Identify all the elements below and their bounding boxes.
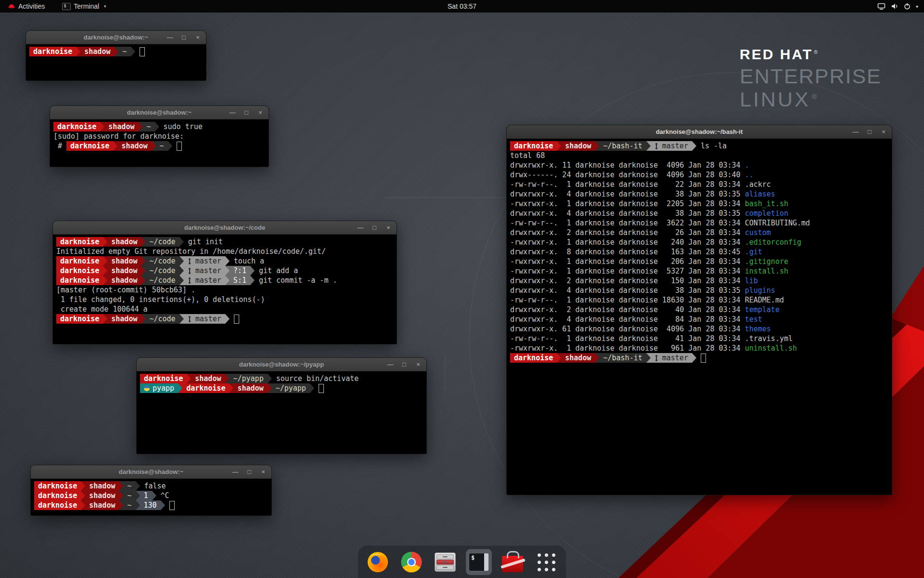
terminal-content[interactable]: darknoiseshadow~ <box>26 44 206 80</box>
git-branch-icon <box>188 277 192 284</box>
powerline-separator <box>180 237 184 247</box>
dock-item-files[interactable] <box>432 549 458 575</box>
command-text: ls -la <box>701 142 727 150</box>
dock-item-show-applications[interactable] <box>533 549 559 575</box>
output-text: drwxrwxr-x. 2 darknoise darknoise 26 Jan… <box>510 228 745 237</box>
close-button[interactable]: × <box>257 109 264 117</box>
maximize-button[interactable]: □ <box>245 468 253 476</box>
minimize-button[interactable]: — <box>231 468 239 476</box>
top-bar-left: Activities Terminal ▼ <box>0 0 877 13</box>
minimize-button[interactable]: — <box>229 109 236 117</box>
powerline-separator <box>180 276 184 285</box>
output-text: -rwxrwxr-x. 1 darknoise darknoise 206 Ja… <box>510 257 745 266</box>
window-titlebar[interactable]: darknoise@shadow:~ — □ × <box>26 31 206 44</box>
powerline-separator <box>225 314 230 324</box>
activities-button[interactable]: Activities <box>4 0 49 13</box>
output-text: bash_it.sh <box>745 199 788 208</box>
close-button[interactable]: × <box>194 34 202 41</box>
output-text: -rw-rw-r--. 1 darknoise darknoise 18630 … <box>510 296 784 304</box>
powerline-separator <box>138 122 142 131</box>
git-branch-icon <box>188 258 192 264</box>
prompt-segment-host: shadow <box>85 500 119 510</box>
window-controls: — □ × <box>852 125 887 138</box>
terminal-line: drwxrwxr-x. 2 darknoise darknoise 150 Ja… <box>510 276 888 286</box>
terminal-line: darknoiseshadow~false <box>34 481 268 491</box>
terminal-content[interactable]: darknoiseshadow~/bash-itmasterls -latota… <box>507 139 892 495</box>
prompt-segment-git: master <box>184 266 225 276</box>
window-titlebar[interactable]: darknoise@shadow:~ — □ × <box>31 465 271 479</box>
output-text: template <box>745 305 780 314</box>
terminal-cursor <box>319 384 324 393</box>
app-menu-terminal[interactable]: Terminal ▼ <box>58 0 111 13</box>
terminal-line: 1 file changed, 0 insertions(+), 0 delet… <box>56 295 393 304</box>
system-status-area[interactable]: ▾ <box>877 0 924 13</box>
dock-item-firefox[interactable] <box>365 549 391 575</box>
minimize-button[interactable]: — <box>166 34 174 41</box>
output-text: -rw-rw-r--. 1 darknoise darknoise 3622 J… <box>510 219 810 227</box>
output-text: -rw-rw-r--. 1 darknoise darknoise 41 Jan… <box>510 334 793 343</box>
powerline-separator <box>692 353 696 363</box>
maximize-button[interactable]: □ <box>400 361 408 368</box>
powerline-separator <box>229 383 233 393</box>
command-text: git commit -a -m . <box>259 276 337 285</box>
power-icon <box>904 3 911 10</box>
window-titlebar[interactable]: darknoise@shadow:~/bash-it — □ × <box>507 125 892 139</box>
dock-item-toolbox[interactable] <box>500 549 526 575</box>
terminal-line: darknoiseshadow~/bash-itmaster <box>510 353 888 363</box>
minimize-button[interactable]: — <box>852 128 860 136</box>
output-text: lib <box>745 276 758 285</box>
command-text: source bin/activate <box>276 374 359 383</box>
powerline-separator <box>81 481 85 491</box>
window-titlebar[interactable]: darknoise@shadow:~/code — □ × <box>53 221 397 235</box>
prompt-segment-path: ~/pyapp <box>229 374 267 383</box>
window-titlebar[interactable]: darknoise@shadow:~/pyapp — □ × <box>137 358 426 371</box>
prompt-segment-user: darknoise <box>53 122 100 131</box>
powerline-separator <box>141 276 145 285</box>
powerline-separator <box>595 141 599 151</box>
output-text: drwxrwxr-x. 4 darknoise darknoise 38 Jan… <box>510 209 745 218</box>
clock[interactable]: Sat 03:57 <box>443 0 481 13</box>
prompt-segment-host: shadow <box>104 122 138 131</box>
close-button[interactable]: × <box>880 128 887 136</box>
close-button[interactable]: × <box>385 224 392 232</box>
powerline-separator <box>268 374 272 383</box>
prompt-segment-path: ~ <box>118 47 130 56</box>
rhel-logo-redhat: RED HAT® <box>740 47 882 62</box>
output-text: .gitignore <box>745 257 788 266</box>
close-button[interactable]: × <box>414 361 422 368</box>
maximize-button[interactable]: □ <box>866 128 873 136</box>
minimize-button[interactable]: — <box>386 361 394 368</box>
output-text: Initialized empty Git repository in /hom… <box>56 247 326 256</box>
activities-label: Activities <box>18 2 45 10</box>
terminal-line: -rw-rw-r--. 1 darknoise darknoise 18630 … <box>510 295 888 305</box>
terminal-content[interactable]: darknoiseshadow~sudo true[sudo] password… <box>50 119 269 167</box>
maximize-button[interactable]: □ <box>180 34 188 41</box>
terminal-line: [sudo] password for darknoise: <box>53 131 265 141</box>
firefox-icon <box>367 551 389 573</box>
powerline-separator <box>595 353 599 363</box>
terminal-content[interactable]: darknoiseshadow~falsedarknoiseshadow~1^C… <box>31 479 271 515</box>
powerline-separator <box>103 237 107 247</box>
terminal-content[interactable]: darknoiseshadow~/codegit initInitialized… <box>53 235 397 344</box>
dock-item-chrome[interactable] <box>398 549 424 575</box>
window-title: darknoise@shadow:~/bash-it <box>656 128 743 135</box>
terminal-line: darknoiseshadow~130 <box>34 500 268 510</box>
close-button[interactable]: × <box>259 468 267 476</box>
terminal-line: drwxrwxr-x. 2 darknoise darknoise 26 Jan… <box>510 228 888 237</box>
prompt-segment-user: darknoise <box>34 491 81 500</box>
minimize-button[interactable]: — <box>357 224 364 232</box>
terminal-content[interactable]: darknoiseshadow~/pyappsource bin/activat… <box>137 371 426 454</box>
powerline-separator <box>113 141 117 151</box>
powerline-separator <box>136 491 140 500</box>
maximize-button[interactable]: □ <box>371 224 378 232</box>
window-controls: — □ × <box>166 31 202 44</box>
dock-item-terminal[interactable] <box>466 549 492 575</box>
git-branch-icon <box>654 355 659 361</box>
prompt-segment-user: darknoise <box>56 266 103 276</box>
prompt-segment-path: ~/pyapp <box>272 383 310 393</box>
terminal-line: drwxrwxr-x. 4 darknoise darknoise 84 Jan… <box>510 315 888 324</box>
maximize-button[interactable]: □ <box>243 109 250 117</box>
terminal-line: total 68 <box>510 151 888 160</box>
window-titlebar[interactable]: darknoise@shadow:~ — □ × <box>50 106 269 119</box>
files-icon <box>435 552 456 572</box>
